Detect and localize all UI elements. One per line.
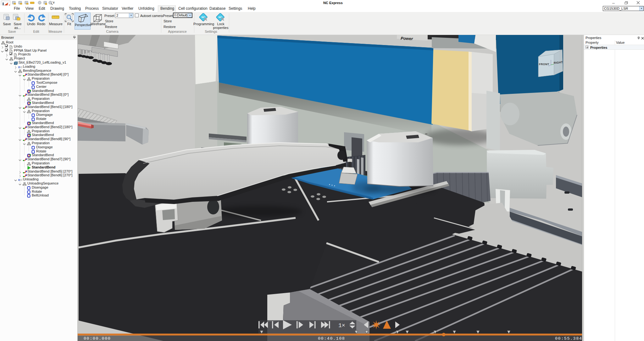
svg-text:00:40.108: 00:40.108	[318, 336, 345, 341]
svg-text:1×: 1×	[338, 322, 345, 329]
svg-text:00:55.384: 00:55.384	[555, 336, 582, 341]
svg-text:FRONT: FRONT	[539, 63, 549, 66]
svg-text:00:00.000: 00:00.000	[84, 336, 111, 341]
svg-text:Power: Power	[401, 36, 413, 41]
